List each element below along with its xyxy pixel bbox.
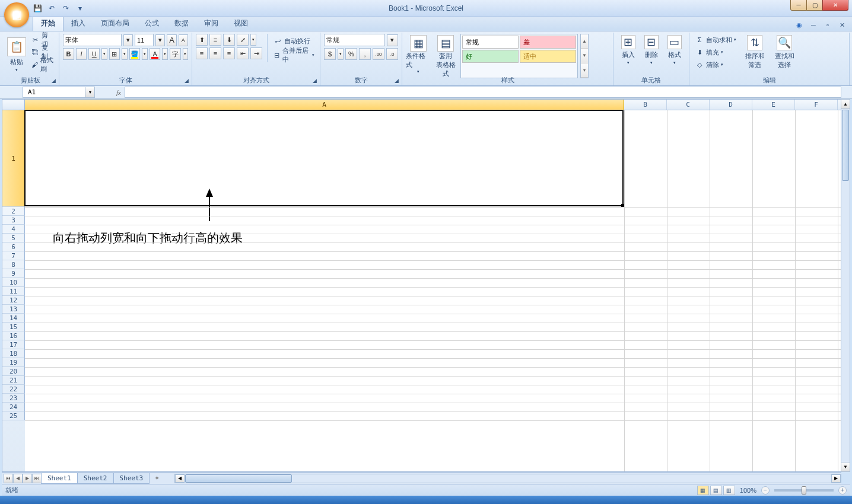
fontcolor-dropdown-icon[interactable]: ▾ xyxy=(162,48,167,60)
tab-insert[interactable]: 插入 xyxy=(63,16,93,31)
scroll-thumb[interactable] xyxy=(842,110,849,181)
scroll-down-icon[interactable]: ▼ xyxy=(581,49,588,63)
phonetic-button[interactable]: 字 xyxy=(170,48,181,60)
row-header-7[interactable]: 7 xyxy=(2,251,25,260)
normal-view-button[interactable]: ▦ xyxy=(697,486,709,495)
tab-data[interactable]: 数据 xyxy=(167,16,196,31)
column-header-E[interactable]: E xyxy=(752,100,795,110)
scroll-right-icon[interactable]: ▶ xyxy=(831,474,841,483)
align-launcher-icon[interactable]: ◢ xyxy=(311,77,318,84)
row-header-10[interactable]: 10 xyxy=(2,278,25,287)
row-header-13[interactable]: 13 xyxy=(2,305,25,314)
row-header-15[interactable]: 15 xyxy=(2,323,25,331)
sheet-nav-last-icon[interactable]: ⏭ xyxy=(32,474,42,483)
undo-icon[interactable]: ↶ xyxy=(47,4,56,13)
delete-cells-button[interactable]: ⊟删除▾ xyxy=(640,34,662,66)
sheet-nav-prev-icon[interactable]: ◀ xyxy=(13,474,23,483)
sheet-nav-first-icon[interactable]: ⏮ xyxy=(4,474,13,483)
redo-icon[interactable]: ↷ xyxy=(61,4,71,13)
row-header-6[interactable]: 6 xyxy=(2,243,25,251)
row-header-20[interactable]: 20 xyxy=(2,367,25,376)
underline-button[interactable]: U xyxy=(88,48,100,60)
row-header-16[interactable]: 16 xyxy=(2,331,25,340)
scroll-down-icon[interactable]: ▼ xyxy=(841,462,850,471)
fill-color-button[interactable]: 🪣 xyxy=(129,48,141,60)
style-neutral[interactable]: 适中 xyxy=(520,50,576,63)
scroll-left-icon[interactable]: ◀ xyxy=(175,474,185,483)
align-center-button[interactable]: ≡ xyxy=(209,47,221,59)
border-dropdown-icon[interactable]: ▾ xyxy=(122,48,127,60)
column-header-B[interactable]: B xyxy=(624,100,667,110)
align-left-button[interactable]: ≡ xyxy=(196,47,208,59)
zoom-thumb[interactable] xyxy=(802,486,806,495)
decrease-indent-button[interactable]: ⇤ xyxy=(237,47,249,59)
mdi-restore-icon[interactable]: ▫ xyxy=(824,21,832,29)
row-header-23[interactable]: 23 xyxy=(2,394,25,403)
style-normal[interactable]: 常规 xyxy=(462,36,519,49)
page-break-view-button[interactable]: ▥ xyxy=(723,486,735,495)
selected-cell[interactable] xyxy=(24,110,624,206)
insert-cells-button[interactable]: ⊞插入▾ xyxy=(617,34,639,66)
row-header-25[interactable]: 25 xyxy=(2,412,25,420)
row-header-9[interactable]: 9 xyxy=(2,269,25,278)
select-all-corner[interactable] xyxy=(2,100,25,110)
ribbon-minimize-icon[interactable]: ─ xyxy=(809,21,818,29)
name-box[interactable]: A1 xyxy=(23,87,85,98)
column-header-F[interactable]: F xyxy=(795,100,838,110)
row-header-14[interactable]: 14 xyxy=(2,314,25,323)
qat-customize-icon[interactable]: ▾ xyxy=(75,4,85,13)
align-top-button[interactable]: ⬆ xyxy=(196,34,208,46)
comma-button[interactable]: , xyxy=(359,48,371,60)
tab-page-layout[interactable]: 页面布局 xyxy=(93,16,137,31)
align-bottom-button[interactable]: ⬇ xyxy=(223,34,235,46)
font-dropdown-icon[interactable]: ▾ xyxy=(123,34,133,46)
row-header-3[interactable]: 3 xyxy=(2,216,25,225)
row-header-17[interactable]: 17 xyxy=(2,340,25,349)
row-header-19[interactable]: 19 xyxy=(2,358,25,367)
format-table-button[interactable]: ▤套用 表格格式 xyxy=(433,34,458,78)
fill-button[interactable]: ⬇填充▾ xyxy=(693,46,738,58)
format-cells-button[interactable]: ▭格式▾ xyxy=(663,34,685,66)
tab-formulas[interactable]: 公式 xyxy=(137,16,167,31)
row-header-4[interactable]: 4 xyxy=(2,225,25,234)
border-button[interactable]: ⊞ xyxy=(109,48,120,60)
grow-font-button[interactable]: A xyxy=(167,34,176,46)
row-header-8[interactable]: 8 xyxy=(2,260,25,269)
font-color-button[interactable]: A xyxy=(150,48,161,60)
scroll-up-icon[interactable]: ▲ xyxy=(841,100,850,109)
autosum-button[interactable]: Σ自动求和▾ xyxy=(693,34,738,46)
shrink-font-button[interactable]: A xyxy=(179,34,188,46)
percent-button[interactable]: % xyxy=(345,48,357,60)
number-format-combo[interactable]: 常规 xyxy=(324,34,385,46)
vertical-scrollbar[interactable]: ▲ ▼ xyxy=(841,99,850,472)
font-name-combo[interactable]: 宋体 xyxy=(63,34,122,46)
minimize-button[interactable]: ─ xyxy=(790,0,807,11)
number-launcher-icon[interactable]: ◢ xyxy=(393,77,400,84)
zoom-in-button[interactable]: + xyxy=(838,486,847,495)
help-icon[interactable]: ◉ xyxy=(795,21,803,29)
office-button[interactable]: ◧ xyxy=(4,2,29,27)
row-header-5[interactable]: 5 xyxy=(2,234,25,243)
align-middle-button[interactable]: ≡ xyxy=(209,34,221,46)
decrease-decimal-button[interactable]: .0 xyxy=(386,48,398,60)
format-painter-button[interactable]: 🖌格式刷 xyxy=(29,59,55,71)
clear-button[interactable]: ◇清除▾ xyxy=(693,59,738,71)
row-header-21[interactable]: 21 xyxy=(2,376,25,385)
column-header-C[interactable]: C xyxy=(667,100,710,110)
sort-filter-button[interactable]: ⇅排序和 筛选 xyxy=(742,34,768,71)
horizontal-scrollbar[interactable]: ◀ ▶ xyxy=(174,474,841,483)
style-gallery-scroll[interactable]: ▲▼▾ xyxy=(580,34,589,78)
clipboard-launcher-icon[interactable]: ◢ xyxy=(50,77,57,84)
accounting-button[interactable]: $ xyxy=(324,48,336,60)
style-good[interactable]: 好 xyxy=(462,50,519,63)
tab-home[interactable]: 开始 xyxy=(33,15,63,31)
increase-decimal-button[interactable]: .00 xyxy=(373,48,384,60)
italic-button[interactable]: I xyxy=(76,48,87,60)
accounting-dropdown-icon[interactable]: ▾ xyxy=(338,48,344,60)
orientation-dropdown-icon[interactable]: ▾ xyxy=(250,34,256,46)
increase-indent-button[interactable]: ⇥ xyxy=(250,47,262,59)
paste-button[interactable]: 📋 粘贴▾ xyxy=(6,34,27,76)
zoom-slider[interactable] xyxy=(774,489,834,492)
hscroll-thumb[interactable] xyxy=(185,474,292,483)
scroll-up-icon[interactable]: ▲ xyxy=(581,34,588,49)
